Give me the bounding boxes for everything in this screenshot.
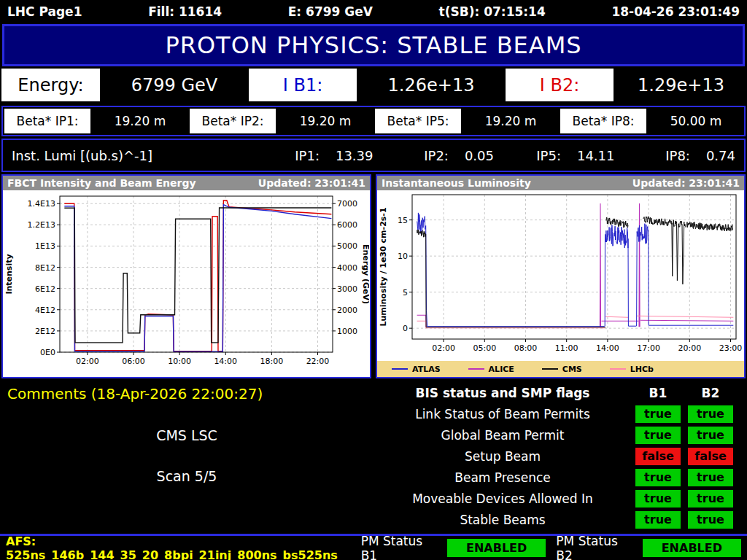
bis-col-b2: B2 <box>684 386 737 400</box>
svg-text:1E13: 1E13 <box>35 241 55 251</box>
svg-text:22:00: 22:00 <box>306 357 330 366</box>
beta-star-row: Beta* IP1: 19.20 m Beta* IP2: 19.20 m Be… <box>1 106 746 136</box>
svg-text:5000: 5000 <box>337 241 357 251</box>
inst-lumi-title: Inst. Lumi [(ub.s)^-1] <box>12 148 252 163</box>
svg-text:2000: 2000 <box>337 306 357 315</box>
svg-text:4E12: 4E12 <box>35 306 55 315</box>
beta-ip5-value: 19.20 m <box>462 107 559 135</box>
svg-text:5: 5 <box>403 288 408 298</box>
lumi-chart-updated: Updated: 23:01:41 <box>632 177 740 189</box>
lumi-chart-header: Instantaneous Luminosity Updated: 23:01:… <box>377 176 744 190</box>
svg-text:02:00: 02:00 <box>76 357 99 366</box>
svg-text:18:00: 18:00 <box>260 357 284 366</box>
lumi-ip1: IP1: 13.39 <box>252 148 374 163</box>
svg-text:3000: 3000 <box>337 284 357 294</box>
beta-ip2-label: Beta* IP2: <box>190 109 276 133</box>
legend-swatch <box>468 368 484 370</box>
beta-ip2-value: 19.20 m <box>277 107 374 135</box>
intensity-b1-label: I B1: <box>249 69 357 101</box>
time-in-stable-beams: t(SB): 07:15:14 <box>439 4 546 19</box>
svg-text:8E12: 8E12 <box>35 263 55 273</box>
status-badge: true <box>635 490 681 508</box>
svg-text:Intensity: Intensity <box>4 254 14 294</box>
legend-item-cms: CMS <box>542 365 582 374</box>
lumi-ip2-value: 0.05 <box>465 148 494 163</box>
legend-swatch <box>392 368 408 370</box>
pm-status-b1-label: PM Status B1 <box>361 534 437 560</box>
lumi-ip2-label: IP2: <box>424 148 449 163</box>
legend-swatch <box>542 368 558 370</box>
pm-status-b2-label: PM Status B2 <box>556 534 632 560</box>
status-badge: true <box>688 469 733 486</box>
svg-text:14:00: 14:00 <box>596 343 619 353</box>
bis-row-label: Global Beam Permit <box>374 428 632 443</box>
beta-ip1-label: Beta* IP1: <box>4 109 90 133</box>
svg-text:11:00: 11:00 <box>555 343 578 353</box>
svg-text:2E12: 2E12 <box>35 327 55 336</box>
legend-label: LHCb <box>630 365 654 374</box>
lumi-ip8-value: 0.74 <box>706 148 735 163</box>
pm-status-b1-value: ENABLED <box>447 539 546 557</box>
svg-text:1.2E13: 1.2E13 <box>28 220 55 230</box>
status-badge: true <box>635 511 681 529</box>
svg-text:06:00: 06:00 <box>122 357 145 366</box>
inst-lumi-row: Inst. Lumi [(ub.s)^-1] IP1: 13.39 IP2: 0… <box>1 139 746 172</box>
svg-text:7000: 7000 <box>337 199 357 209</box>
svg-text:17:00: 17:00 <box>637 343 660 353</box>
legend-label: ATLAS <box>412 365 441 374</box>
fill-number: Fill: 11614 <box>148 4 222 19</box>
legend-swatch <box>610 368 626 370</box>
svg-text:10:00: 10:00 <box>168 357 191 366</box>
beam-energy-header: E: 6799 GeV <box>288 4 373 19</box>
legend-label: CMS <box>562 365 582 374</box>
status-badge: true <box>635 469 681 486</box>
intensity-b2-value: 1.29e+13 <box>615 68 747 102</box>
bis-row-label: Moveable Devices Allowed In <box>374 491 632 506</box>
svg-text:20:00: 20:00 <box>678 343 701 353</box>
status-badge: true <box>688 511 733 529</box>
energy-intensity-row: Energy: 6799 GeV I B1: 1.26e+13 I B2: 1.… <box>0 68 747 102</box>
svg-text:23:00: 23:00 <box>719 343 743 353</box>
svg-text:0: 0 <box>403 324 408 333</box>
bis-title: BIS status and SMP flags <box>374 386 632 400</box>
fbct-chart-body: 02:0006:0010:0014:0018:0022:000E02E124E1… <box>3 190 370 377</box>
beta-ip8-label: Beta* IP8: <box>560 109 646 133</box>
lumi-ip1-label: IP1: <box>295 148 320 163</box>
bis-panel: BIS status and SMP flags B1 B2 Link Stat… <box>374 379 747 533</box>
bis-col-b1: B1 <box>632 386 684 400</box>
lumi-ip8-label: IP8: <box>665 148 690 163</box>
status-badge: false <box>635 448 681 465</box>
comments-panel: Comments (18-Apr-2026 22:00:27) CMS LSC … <box>0 379 374 533</box>
status-badge: true <box>688 490 733 508</box>
svg-text:15: 15 <box>398 216 408 225</box>
svg-text:05:00: 05:00 <box>473 343 496 353</box>
beta-ip1-value: 19.20 m <box>92 107 188 135</box>
beta-ip5-label: Beta* IP5: <box>375 109 461 133</box>
status-badge: true <box>635 405 681 423</box>
legend-label: ALICE <box>489 365 514 374</box>
lumi-chart-panel: Instantaneous Luminosity Updated: 23:01:… <box>376 174 746 378</box>
status-badge: false <box>688 448 733 465</box>
legend-item-lhcb: LHCb <box>610 365 654 374</box>
bis-row-label: Link Status of Beam Permits <box>374 407 632 421</box>
lumi-chart: 02:0005:0008:0011:0014:0017:0020:0023:00… <box>377 190 743 358</box>
beam-mode-text: PROTON PHYSICS: STABLE BEAMS <box>165 31 581 59</box>
lumi-chart-title: Instantaneous Luminosity <box>382 177 531 189</box>
lumi-ip1-value: 13.39 <box>336 148 374 163</box>
charts-row: FBCT Intensity and Beam Energy Updated: … <box>1 174 746 378</box>
bis-row-label: Beam Presence <box>374 470 632 485</box>
pm-status-b2-value: ENABLED <box>643 539 741 557</box>
lumi-ip5-value: 14.11 <box>577 148 615 163</box>
fbct-chart: 02:0006:0010:0014:0018:0022:000E02E124E1… <box>3 190 369 374</box>
status-badge: true <box>635 427 681 444</box>
intensity-b2-label: I B2: <box>506 69 614 101</box>
legend-item-alice: ALICE <box>468 365 514 374</box>
svg-text:10: 10 <box>398 252 408 261</box>
lumi-chart-body: 02:0005:0008:0011:0014:0017:0020:0023:00… <box>377 190 744 361</box>
beam-mode-title: PROTON PHYSICS: STABLE BEAMS <box>2 24 745 66</box>
status-badge: true <box>688 405 733 423</box>
svg-text:Luminosity / 1e30 cm-2s-1: Luminosity / 1e30 cm-2s-1 <box>379 208 388 327</box>
svg-text:4000: 4000 <box>337 263 357 273</box>
comment-line: Scan 5/5 <box>7 468 366 484</box>
svg-text:1000: 1000 <box>337 327 357 336</box>
